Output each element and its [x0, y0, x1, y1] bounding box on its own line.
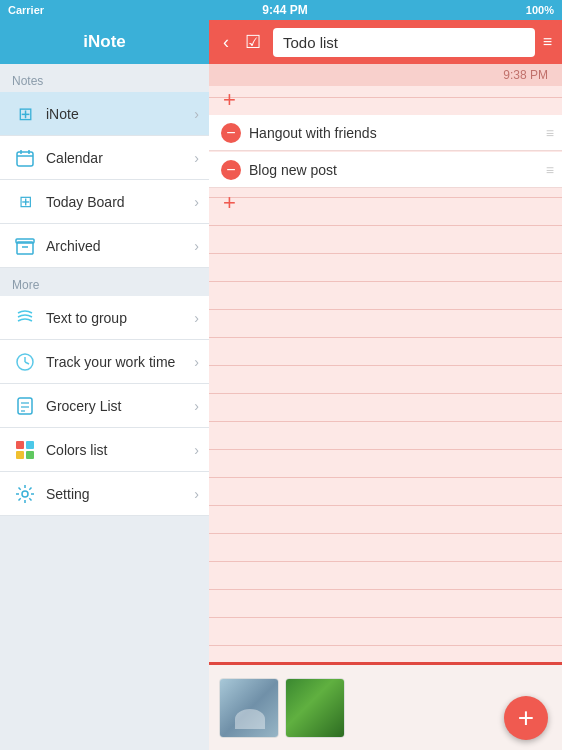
app-container: iNote Notes ⊞ iNote › Calendar	[0, 20, 562, 750]
bottom-bar: +	[209, 662, 562, 750]
thumbnail-waterfall-img	[220, 679, 279, 738]
thumbnail-leaf-img	[286, 679, 345, 738]
svg-rect-5	[16, 239, 34, 243]
time-label: 9:44 PM	[262, 3, 307, 17]
todo-item: − Blog new post ≡	[209, 152, 562, 188]
add-todo-row-top: +	[209, 86, 562, 114]
sidebar-item-colors-list[interactable]: Colors list ›	[0, 428, 209, 472]
todo-area: + − Hangout with friends ≡ − Blog new po…	[209, 86, 562, 662]
chevron-icon: ›	[194, 354, 199, 370]
chevron-icon: ›	[194, 442, 199, 458]
chevron-icon: ›	[194, 310, 199, 326]
thumbnail-waterfall[interactable]	[219, 678, 279, 738]
sidebar-item-track-work-time-label: Track your work time	[46, 354, 194, 370]
menu-icon[interactable]: ≡	[543, 33, 552, 51]
sidebar-item-inote[interactable]: ⊞ iNote ›	[0, 92, 209, 136]
drag-handle-1: ≡	[540, 125, 554, 141]
bottom-thumbnails: +	[209, 665, 562, 750]
sidebar-item-colors-list-label: Colors list	[46, 442, 194, 458]
sidebar-item-track-work-time[interactable]: Track your work time ›	[0, 340, 209, 384]
sidebar-item-grocery-list-label: Grocery List	[46, 398, 194, 414]
chevron-icon: ›	[194, 194, 199, 210]
todo-text-1: Hangout with friends	[249, 125, 540, 141]
app-title: iNote	[83, 32, 126, 52]
sidebar-item-calendar-label: Calendar	[46, 150, 194, 166]
drag-handle-2: ≡	[540, 162, 554, 178]
todo-item: − Hangout with friends ≡	[209, 115, 562, 151]
thumbnail-leaf[interactable]	[285, 678, 345, 738]
add-todo-button-top[interactable]: +	[223, 89, 236, 111]
carrier-label: Carrier	[8, 4, 44, 16]
todo-text-2: Blog new post	[249, 162, 540, 178]
add-todo-row-bottom: +	[209, 189, 562, 217]
text-icon	[12, 305, 38, 331]
archived-icon	[12, 233, 38, 259]
sidebar-item-inote-label: iNote	[46, 106, 194, 122]
grocery-icon	[12, 393, 38, 419]
main-content: ‹ ☑ ≡ 9:38 PM + − Hangout with friends ≡	[209, 20, 562, 750]
sidebar-item-setting[interactable]: Setting ›	[0, 472, 209, 516]
sidebar-item-today-board[interactable]: ⊞ Today Board ›	[0, 180, 209, 224]
sidebar-item-today-board-label: Today Board	[46, 194, 194, 210]
back-button[interactable]: ‹	[219, 28, 233, 57]
sidebar-item-calendar[interactable]: Calendar ›	[0, 136, 209, 180]
section-more-label: More	[0, 268, 209, 296]
check-icon[interactable]: ☑	[241, 27, 265, 57]
remove-todo-button-2[interactable]: −	[221, 160, 241, 180]
sidebar-header: iNote	[0, 20, 209, 64]
timestamp: 9:38 PM	[209, 64, 562, 86]
chevron-icon: ›	[194, 398, 199, 414]
remove-todo-button-1[interactable]: −	[221, 123, 241, 143]
main-topbar: ‹ ☑ ≡	[209, 20, 562, 64]
sidebar-item-text-to-group-label: Text to group	[46, 310, 194, 326]
sidebar: iNote Notes ⊞ iNote › Calendar	[0, 20, 209, 750]
svg-rect-16	[16, 451, 24, 459]
chevron-icon: ›	[194, 486, 199, 502]
svg-rect-10	[18, 398, 32, 414]
sidebar-item-text-to-group[interactable]: Text to group ›	[0, 296, 209, 340]
chevron-icon: ›	[194, 238, 199, 254]
grid-icon: ⊞	[12, 101, 38, 127]
content-area: iNote Notes ⊞ iNote › Calendar	[0, 20, 562, 750]
svg-rect-14	[16, 441, 24, 449]
battery-label: 100%	[526, 4, 554, 16]
chevron-icon: ›	[194, 106, 199, 122]
svg-line-9	[25, 362, 29, 364]
calendar-icon	[12, 145, 38, 171]
svg-rect-4	[17, 242, 33, 254]
colors-icon	[12, 437, 38, 463]
sidebar-item-archived-label: Archived	[46, 238, 194, 254]
setting-icon	[12, 481, 38, 507]
clock-icon	[12, 349, 38, 375]
svg-rect-15	[26, 441, 34, 449]
fab-add-button[interactable]: +	[504, 696, 548, 740]
note-title-input[interactable]	[273, 28, 535, 57]
section-notes-label: Notes	[0, 64, 209, 92]
board-icon: ⊞	[12, 189, 38, 215]
status-bar: Carrier 9:44 PM 100%	[0, 0, 562, 20]
chevron-icon: ›	[194, 150, 199, 166]
sidebar-item-grocery-list[interactable]: Grocery List ›	[0, 384, 209, 428]
svg-rect-0	[17, 152, 33, 166]
svg-point-18	[22, 491, 28, 497]
sidebar-item-setting-label: Setting	[46, 486, 194, 502]
add-todo-button-bottom[interactable]: +	[223, 192, 236, 214]
svg-rect-17	[26, 451, 34, 459]
sidebar-item-archived[interactable]: Archived ›	[0, 224, 209, 268]
